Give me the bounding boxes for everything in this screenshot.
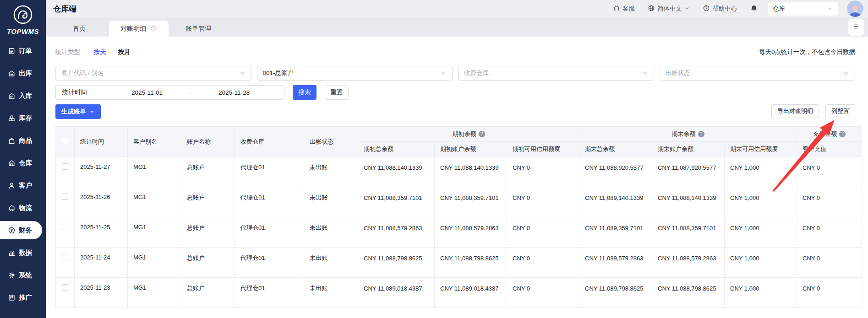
col-header-customer-alias: 客户别名	[128, 127, 181, 157]
app-logo: TOPWMS	[0, 0, 46, 35]
date-end-input[interactable]: 2025-11-28	[200, 89, 268, 96]
column-config-button[interactable]: 列配置	[825, 104, 855, 118]
row-checkbox[interactable]	[62, 163, 68, 170]
chevron-down-icon	[89, 109, 95, 114]
begin-total-balance-cell: CNY 11,088,798.8625	[358, 248, 435, 278]
date-range-picker[interactable]: 统计时间 2025-11-01 - 2025-11-28	[55, 85, 284, 100]
end-account-balance-cell: CNY 11,088,359.7101	[652, 217, 725, 248]
chevron-down-icon	[843, 70, 849, 76]
help-icon[interactable]: ?	[698, 131, 704, 137]
sidebar-item-outbound[interactable]: 出库	[0, 64, 46, 82]
customer-recharge-cell: CNY 0	[797, 278, 862, 308]
select-all-checkbox[interactable]	[62, 138, 68, 144]
charge-warehouse-select[interactable]: 收费仓库	[458, 66, 654, 81]
end-total-balance-cell: CNY 11,089,359.7101	[579, 217, 652, 248]
billing-status-cell: 未出账	[304, 187, 358, 217]
stat-type-by-day[interactable]: 按天	[94, 48, 106, 56]
row-select-cell	[56, 187, 75, 217]
end-available-credit-cell: CNY 1,000	[725, 248, 797, 278]
elephant-logo-icon	[12, 19, 33, 27]
topbar-right: 客服 简体中文	[613, 0, 863, 17]
reset-button[interactable]: 重置	[325, 85, 349, 100]
account-name-cell: 总账户	[181, 278, 235, 308]
main-area: 仓库端 客服 简体中文	[46, 0, 868, 318]
date-start-input[interactable]: 2025-11-01	[113, 89, 181, 96]
account-name-cell: 总账户	[181, 157, 235, 187]
sidebar-item-product[interactable]: 商品	[0, 131, 46, 150]
customer-alias-cell: MG1	[128, 248, 181, 278]
close-circle-icon[interactable]	[150, 25, 157, 32]
stat-type-label: 统计类型:	[55, 48, 82, 56]
page-title: 仓库端	[53, 4, 76, 14]
help-icon[interactable]: ?	[479, 131, 485, 137]
customer-code-select[interactable]: 客户代码 / 别名	[55, 66, 251, 81]
tab-list-button[interactable]	[848, 19, 864, 36]
outbound-icon	[8, 70, 16, 77]
stat-type-by-month[interactable]: 按月	[118, 48, 131, 56]
row-checkbox[interactable]	[62, 254, 68, 260]
sidebar-item-customer[interactable]: 客户	[0, 176, 46, 194]
begin-total-balance-cell: CNY 11,088,579.2863	[358, 217, 435, 248]
end-available-credit-cell: CNY 1,000	[725, 187, 797, 217]
sidebar-item-data[interactable]: 数据	[0, 243, 46, 262]
table-row: 2025-11-25MG1总账户代理仓01未出账CNY 11,088,579.2…	[56, 217, 862, 248]
content-area: 统计类型: 按天 按月 每天0点统计一次，不包含今日数据 客户代码 / 别名 0…	[46, 37, 868, 318]
charge-warehouse-cell: 代理仓01	[235, 187, 304, 217]
account-name-cell: 总账户	[181, 187, 235, 217]
hamburger-icon	[852, 23, 860, 32]
table-row: 2025-11-26MG1总账户代理仓01未出账CNY 11,088,359.7…	[56, 187, 862, 217]
help-center-button[interactable]: 帮助中心	[703, 5, 737, 13]
sidebar-item-system[interactable]: 系统	[0, 266, 46, 284]
col-header-begin-available-credit: 期初可用信用额度	[507, 142, 579, 157]
col-header-end-account-balance: 期末账户余额	[652, 142, 725, 157]
search-button[interactable]: 搜索	[293, 85, 317, 100]
sidebar-item-finance[interactable]: 财务	[0, 221, 42, 239]
tab-reconciliation-detail[interactable]: 对账明细	[109, 21, 169, 37]
chevron-down-icon	[239, 70, 246, 76]
end-available-credit-cell: CNY 1,000	[725, 278, 797, 308]
begin-total-balance-cell: CNY 11,089,018.4387	[358, 278, 435, 308]
system-icon	[8, 271, 16, 279]
col-header-begin-account-balance: 期初账户余额	[435, 142, 507, 157]
row-select-cell	[56, 217, 75, 248]
stat-time-cell: 2025-11-26	[75, 187, 128, 217]
end-available-credit-cell: CNY 1,000	[725, 217, 797, 248]
account-select[interactable]: 001-总账户	[257, 66, 453, 81]
action-row: 生成账单 导出对账明细 列配置	[55, 104, 855, 119]
notification-bell-icon[interactable]	[750, 5, 758, 13]
generate-bill-button[interactable]: 生成账单	[55, 104, 101, 119]
billing-status-cell: 未出账	[304, 157, 358, 187]
chevron-down-icon	[440, 70, 447, 76]
export-detail-button[interactable]: 导出对账明细	[771, 104, 819, 118]
customer-icon	[8, 182, 16, 189]
sidebar-item-warehouse[interactable]: 仓库	[0, 154, 46, 172]
sidebar-item-inventory[interactable]: 库存	[0, 109, 46, 127]
language-select[interactable]: 简体中文	[648, 5, 690, 13]
sidebar-item-logistics[interactable]: 物流	[0, 199, 46, 217]
row-select-cell	[56, 157, 75, 187]
sidebar-item-inbound[interactable]: 入库	[0, 86, 46, 105]
sidebar-item-promotion[interactable]: 推广	[0, 288, 46, 307]
help-icon[interactable]: ?	[839, 131, 846, 137]
group-header-ending-balance: 期末余额?	[579, 127, 797, 142]
billing-status-select[interactable]: 出帐状态	[660, 66, 856, 81]
customer-recharge-cell: CNY 0	[797, 217, 862, 248]
sidebar-item-order[interactable]: 订单	[0, 42, 46, 60]
end-total-balance-cell: CNY 11,088,920.5577	[579, 157, 652, 187]
row-checkbox[interactable]	[62, 194, 68, 200]
end-total-balance-cell: CNY 11,089,579.2863	[579, 248, 652, 278]
tab-bill-management[interactable]: 账单管理	[169, 21, 228, 37]
row-checkbox[interactable]	[62, 284, 68, 291]
row-checkbox[interactable]	[62, 224, 68, 230]
topbar: 仓库端 客服 简体中文	[46, 0, 868, 17]
stat-time-cell: 2025-11-25	[75, 217, 128, 248]
user-avatar[interactable]	[847, 0, 863, 17]
col-header-end-total-balance: 期末总余额	[579, 142, 652, 157]
begin-account-balance-cell: CNY 11,088,359.7101	[435, 187, 507, 217]
customer-service-button[interactable]: 客服	[613, 5, 635, 13]
end-account-balance-cell: CNY 11,088,798.8625	[652, 278, 725, 308]
tab-home[interactable]: 首页	[49, 21, 109, 37]
sidebar: TOPWMS 订单出库入库库存商品仓库客户物流财务数据系统推广	[0, 0, 46, 318]
workspace-select[interactable]: 仓库	[768, 2, 838, 16]
begin-account-balance-cell: CNY 11,088,579.2863	[435, 217, 507, 248]
